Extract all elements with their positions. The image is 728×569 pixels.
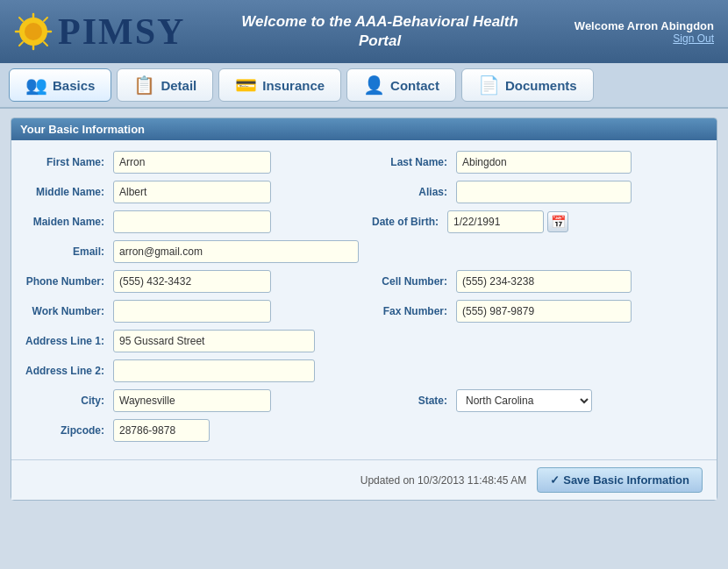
col-city: City: [25,389,360,412]
state-label: State: [368,395,447,407]
header-user: Welcome Arron Abingdon Sign Out [575,19,714,45]
tab-basics[interactable]: 👥 Basics [9,68,111,102]
tab-detail[interactable]: 📋 Detail [117,68,213,102]
email-input[interactable] [113,240,359,263]
addr2-label: Address Line 2: [25,365,104,377]
app-header: PIMSY Welcome to the AAA-Behavioral Heal… [0,0,728,63]
col-alias: Alias: [368,181,703,203]
email-label: Email: [25,245,104,258]
row-city-state: City: State: AlabamaAlaskaArizonaArkansa… [25,389,703,412]
row-maiden-dob: Maiden Name: Date of Birth: 📅 [25,210,703,233]
signout-link[interactable]: Sign Out [575,32,714,45]
tagline-line1: Welcome to the AAA-Behavioral Health [185,12,575,32]
svg-point-1 [25,23,42,40]
dob-input[interactable] [447,210,544,233]
logo-sun-icon [14,12,53,51]
addr1-input[interactable] [113,330,315,352]
maiden-name-label: Maiden Name: [25,216,104,228]
cell-label: Cell Number: [368,275,447,288]
main-content: Your Basic Information First Name: Last … [11,117,717,501]
state-select[interactable]: AlabamaAlaskaArizonaArkansasCaliforniaCo… [456,389,592,412]
tagline-line2: Portal [185,32,575,51]
detail-icon: 📋 [133,75,155,96]
city-label: City: [25,395,104,407]
phone-label: Phone Number: [25,275,104,288]
nav-tabs: 👥 Basics 📋 Detail 💳 Insurance 👤 Contact … [0,63,728,109]
update-timestamp: Updated on 10/3/2013 11:48:45 AM [360,474,527,487]
fax-label: Fax Number: [368,305,447,317]
col-phone: Phone Number: [25,270,360,293]
tab-insurance[interactable]: 💳 Insurance [218,68,341,102]
col-dob: Date of Birth: 📅 [368,210,703,233]
col-state: State: AlabamaAlaskaArizonaArkansasCalif… [368,389,703,412]
tab-contact-label: Contact [390,78,439,93]
phone-input[interactable] [113,270,271,293]
welcome-text: Welcome Arron Abingdon [575,19,714,32]
section-header: Your Basic Information [11,118,717,140]
form-footer: Updated on 10/3/2013 11:48:45 AM ✓ Save … [11,459,717,500]
check-icon: ✓ [550,473,560,487]
cell-input[interactable] [456,270,632,293]
svg-line-7 [44,42,47,46]
row-work-fax: Work Number: Fax Number: [25,300,703,323]
row-middle-alias: Middle Name: Alias: [25,181,703,203]
col-maiden-name: Maiden Name: [25,210,360,233]
tab-detail-label: Detail [161,78,196,93]
documents-icon: 📄 [478,75,500,96]
tab-documents[interactable]: 📄 Documents [461,68,594,102]
save-basic-info-button[interactable]: ✓ Save Basic Information [537,467,703,493]
save-label: Save Basic Information [563,473,689,487]
tab-contact[interactable]: 👤 Contact [346,68,456,102]
maiden-name-input[interactable] [113,210,271,233]
tab-insurance-label: Insurance [262,78,325,93]
section-title: Your Basic Information [20,123,145,136]
fax-input[interactable] [456,300,632,323]
col-last-name: Last Name: [368,151,703,174]
row-addr1: Address Line 1: [25,330,703,352]
middle-name-label: Middle Name: [25,186,104,198]
addr1-label: Address Line 1: [25,335,104,347]
basics-icon: 👥 [25,75,47,96]
addr2-input[interactable] [113,359,315,382]
alias-label: Alias: [368,186,447,198]
dob-wrap: 📅 [447,210,568,233]
calendar-button[interactable]: 📅 [547,211,568,232]
col-first-name: First Name: [25,151,360,174]
col-middle-name: Middle Name: [25,181,360,203]
tab-basics-label: Basics [53,78,95,93]
work-label: Work Number: [25,305,104,317]
header-tagline: Welcome to the AAA-Behavioral Health Por… [185,12,575,51]
row-name: First Name: Last Name: [25,151,703,174]
svg-line-9 [19,42,23,46]
tab-documents-label: Documents [505,78,577,93]
contact-icon: 👤 [363,75,385,96]
svg-line-6 [19,18,23,21]
first-name-input[interactable] [113,151,271,174]
col-work: Work Number: [25,300,360,323]
svg-line-8 [44,18,47,21]
row-addr2: Address Line 2: [25,359,703,382]
zip-input[interactable] [113,419,210,442]
form-body: First Name: Last Name: Middle Name: Alia… [11,140,717,459]
city-input[interactable] [113,389,271,412]
row-phone-cell: Phone Number: Cell Number: [25,270,703,293]
work-input[interactable] [113,300,271,323]
logo-area: PIMSY [14,11,185,53]
middle-name-input[interactable] [113,181,271,203]
zip-label: Zipcode: [25,424,104,437]
col-fax: Fax Number: [368,300,703,323]
insurance-icon: 💳 [235,75,257,96]
col-cell: Cell Number: [368,270,703,293]
row-email: Email: [25,240,703,263]
dob-label: Date of Birth: [368,216,439,228]
first-name-label: First Name: [25,156,104,168]
alias-input[interactable] [456,181,632,203]
last-name-input[interactable] [456,151,632,174]
last-name-label: Last Name: [368,156,447,168]
row-zip: Zipcode: [25,419,703,442]
logo-text: PIMSY [58,11,185,53]
